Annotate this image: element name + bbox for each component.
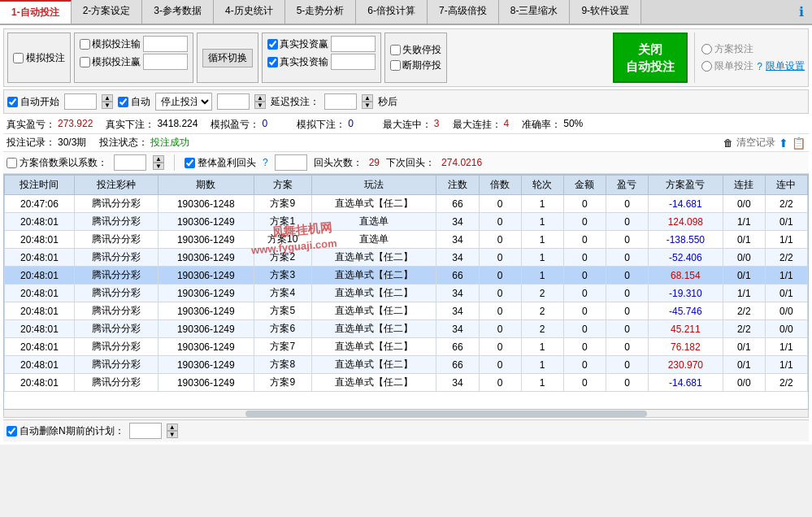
delay-down[interactable]: ▼ [362, 102, 373, 109]
table-cell: 76.182 [649, 338, 723, 356]
tab-multiply[interactable]: 6-倍投计算 [356, 0, 428, 24]
delete-n-down[interactable]: ▼ [167, 431, 178, 438]
status-value: 投注成功 [150, 136, 189, 150]
table-cell: 0 [606, 285, 648, 302]
simulate-invest-label[interactable]: 模拟投注 [13, 51, 65, 65]
table-cell: 190306-1249 [158, 338, 254, 356]
table-cell: 方案5 [254, 302, 311, 320]
sim-win-input[interactable]: 50000 [143, 54, 188, 70]
table-row[interactable]: 20:48:01腾讯分分彩190306-1249方案9直选单式【任二】34010… [5, 374, 808, 392]
whole-profit-checkbox[interactable] [185, 158, 195, 168]
table-row[interactable]: 20:48:01腾讯分分彩190306-1249方案2直选单式【任二】34010… [5, 249, 808, 267]
delete-n-up[interactable]: ▲ [167, 424, 178, 431]
auto-checkbox[interactable] [118, 97, 128, 107]
fail-stop-checkbox[interactable] [390, 45, 401, 55]
real-win-checkbox[interactable] [267, 39, 278, 50]
close-auto-invest-btn[interactable]: 关闭 自动投注 [613, 33, 688, 83]
table-cell: 0 [606, 320, 648, 338]
pause-stop-checkbox[interactable] [390, 60, 401, 71]
table-cell: 腾讯分分彩 [74, 338, 158, 356]
fail-stop-label[interactable]: 失败停投 [390, 43, 441, 57]
tab-scheme-set[interactable]: 2-方案设定 [72, 0, 143, 24]
real-win-checkbox-label[interactable]: 真实投资赢 [267, 37, 328, 51]
whole-profit-checkbox-label[interactable]: 整体盈利回头 [185, 156, 256, 170]
real-inject-input[interactable]: 50000 [331, 54, 376, 70]
tab-trend[interactable]: 5-走势分析 [285, 0, 357, 24]
tab-advanced[interactable]: 7-高级倍投 [428, 0, 499, 24]
table-cell: 66 [436, 267, 479, 285]
start-time-down[interactable]: ▼ [102, 102, 113, 109]
count-label: 回头次数： [314, 156, 363, 170]
scheme-multiplier-input[interactable]: 3 [114, 154, 146, 171]
clear-records-btn[interactable]: 清空记录 [736, 136, 775, 150]
table-cell: 直选单 [311, 231, 436, 249]
mult-down[interactable]: ▼ [153, 163, 164, 170]
next-label: 下次回头： [386, 156, 435, 170]
sim-inject-input[interactable]: 50000 [143, 36, 188, 52]
loop-switch-btn[interactable]: 循环切换 [202, 49, 253, 67]
table-row[interactable]: 20:47:06腾讯分分彩190306-1248方案9直选单式【任二】66010… [5, 195, 808, 213]
tab-star[interactable]: 8-三星缩水 [499, 0, 571, 24]
single-invest-radio[interactable]: 限单投注 [701, 59, 753, 73]
sim-inject-checkbox[interactable] [80, 39, 90, 50]
table-row[interactable]: 20:48:01腾讯分分彩190306-1249方案3直选单式【任二】66010… [5, 267, 808, 285]
end-time-up[interactable]: ▲ [254, 94, 266, 102]
real-inject-checkbox[interactable] [267, 57, 278, 67]
table-row[interactable]: 20:48:01腾讯分分彩190306-1249方案1直选单340100124.… [5, 213, 808, 231]
pause-stop-label[interactable]: 断期停投 [390, 59, 441, 72]
auto-delete-checkbox-label[interactable]: 自动删除N期前的计划： [7, 424, 124, 438]
info-icon[interactable]: ℹ [791, 0, 812, 24]
sim-inject-checkbox-label[interactable]: 模拟投注输 [80, 37, 141, 51]
auto-start-checkbox-label[interactable]: 自动开始 [7, 95, 59, 109]
simulate-invest-checkbox[interactable] [13, 53, 24, 63]
real-win-input[interactable]: 50000 [331, 36, 376, 52]
real-inject-checkbox-label[interactable]: 真实投资输 [267, 55, 328, 69]
upload-icon[interactable]: ⬆ [779, 137, 788, 150]
table-cell: -52.406 [649, 249, 723, 267]
auto-delete-checkbox[interactable] [7, 426, 17, 437]
start-time-up[interactable]: ▲ [102, 94, 113, 102]
tab-ref-data[interactable]: 3-参考数据 [142, 0, 214, 24]
clear-icon: 🗑 [723, 137, 733, 149]
mult-up[interactable]: ▲ [153, 155, 164, 163]
download-icon[interactable]: 📋 [792, 137, 805, 150]
table-cell: 34 [436, 231, 479, 249]
sim-win-checkbox[interactable] [80, 57, 90, 67]
table-row[interactable]: 20:48:01腾讯分分彩190306-1249方案6直选单式【任二】34020… [5, 320, 808, 338]
start-time-input[interactable]: 09:01 [64, 93, 97, 110]
table-cell: 1/1 [723, 285, 765, 302]
table-cell: 腾讯分分彩 [74, 249, 158, 267]
table-row[interactable]: 20:48:01腾讯分分彩190306-1249方案4直选单式【任二】34020… [5, 285, 808, 302]
auto-start-checkbox[interactable] [7, 97, 18, 107]
sim-win-checkbox-label[interactable]: 模拟投注赢 [80, 55, 141, 69]
table-cell: 直选单式【任二】 [311, 267, 436, 285]
table-row[interactable]: 20:48:01腾讯分分彩190306-1249方案7直选单式【任二】66010… [5, 338, 808, 356]
limit-settings-link[interactable]: 限单设置 [766, 59, 805, 73]
table-cell: 1/1 [765, 356, 807, 374]
tab-history[interactable]: 4-历史统计 [214, 0, 285, 24]
scheme-multiplier-checkbox[interactable] [7, 158, 17, 168]
scheme-invest-radio[interactable]: 方案投注 [701, 42, 805, 56]
stop-invest-select[interactable]: 停止投注 [155, 93, 212, 111]
table-cell: 腾讯分分彩 [74, 285, 158, 302]
table-row[interactable]: 20:48:01腾讯分分彩190306-1249方案5直选单式【任二】34020… [5, 302, 808, 320]
whole-profit-input[interactable]: 0.1 [275, 154, 307, 171]
table-cell: -14.681 [649, 374, 723, 392]
auto-delete-input[interactable]: 2 [129, 423, 162, 439]
tab-auto-invest[interactable]: 1-自动投注 [0, 0, 72, 24]
table-cell: 2/2 [765, 249, 807, 267]
table-row[interactable]: 20:48:01腾讯分分彩190306-1249方案10直选单340100-13… [5, 231, 808, 249]
table-row[interactable]: 20:48:01腾讯分分彩190306-1249方案8直选单式【任二】66010… [5, 356, 808, 374]
auto-checkbox-label[interactable]: 自动 [118, 95, 150, 109]
tab-settings[interactable]: 9-软件设置 [570, 0, 641, 24]
delay-input[interactable]: 3 [324, 93, 357, 110]
table-cell: 0 [563, 195, 606, 213]
delay-up[interactable]: ▲ [362, 94, 373, 102]
records-value: 30/3期 [58, 136, 86, 150]
table-cell: 20:48:01 [5, 285, 75, 302]
sim-profit-label: 模拟盈亏： [211, 118, 259, 132]
end-time-down[interactable]: ▼ [254, 102, 266, 109]
scheme-multiplier-checkbox-label[interactable]: 方案倍数乘以系数： [7, 156, 107, 170]
end-time-input[interactable]: 22:32 [217, 93, 250, 110]
records-label: 投注记录： [7, 136, 55, 150]
